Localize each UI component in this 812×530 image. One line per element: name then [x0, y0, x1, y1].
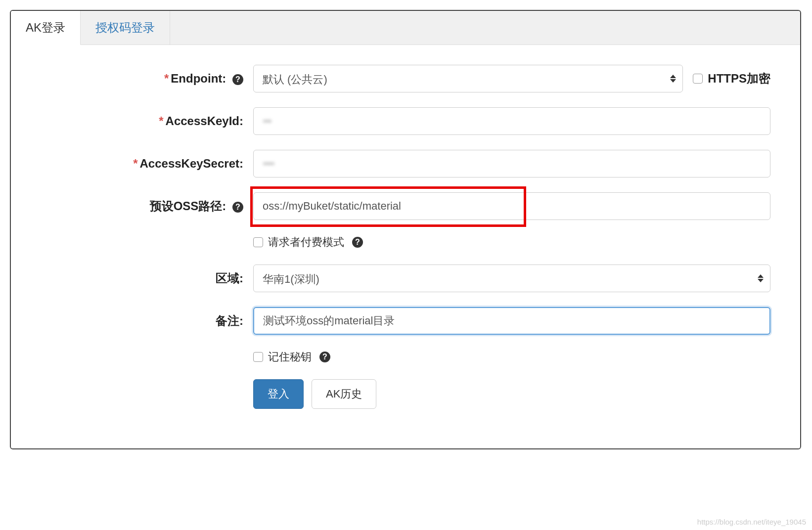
access-key-secret-input[interactable] [253, 150, 770, 177]
remember-key-col: 记住秘钥 ? [253, 350, 770, 364]
button-row: 登入 AK历史 [41, 379, 770, 409]
remark-label-text: 备注: [216, 314, 243, 327]
requester-pays-row: 请求者付费模式 ? [41, 235, 770, 250]
access-key-id-row: *AccessKeyId: ▪▪▪ [41, 107, 770, 135]
region-select[interactable]: 华南1(深圳) [253, 265, 770, 292]
access-key-secret-input-col: ▪▪▪▪ [253, 150, 770, 177]
help-icon[interactable]: ? [232, 74, 243, 85]
endpoint-input-col: 默认 (公共云) HTTPS加密 [253, 65, 770, 92]
form-container: *Endpoint: ? 默认 (公共云) HTTPS加密 [11, 45, 800, 448]
remember-key-row: 记住秘钥 ? [41, 350, 770, 364]
remember-key-label: 记住秘钥 [268, 350, 312, 364]
endpoint-label: *Endpoint: ? [41, 72, 253, 86]
access-key-id-input[interactable] [253, 107, 770, 135]
endpoint-select[interactable]: 默认 (公共云) [253, 65, 683, 92]
help-icon[interactable]: ? [352, 237, 363, 248]
help-icon[interactable]: ? [319, 352, 330, 362]
access-key-secret-blur: ▪▪▪▪ [263, 159, 274, 168]
oss-path-input-col [253, 192, 770, 220]
required-marker: * [164, 72, 169, 85]
https-label: HTTPS加密 [708, 71, 770, 87]
tab-bar: AK登录 授权码登录 [11, 11, 800, 45]
required-marker: * [133, 157, 137, 170]
requester-pays-group: 请求者付费模式 ? [253, 235, 363, 250]
button-col: 登入 AK历史 [253, 379, 770, 409]
requester-pays-checkbox[interactable] [253, 237, 263, 247]
access-key-secret-label-text: AccessKeySecret: [140, 157, 243, 170]
https-checkbox[interactable] [693, 74, 703, 84]
endpoint-row: *Endpoint: ? 默认 (公共云) HTTPS加密 [41, 65, 770, 92]
region-label: 区域: [41, 270, 253, 286]
remark-input[interactable] [253, 307, 770, 335]
tab-auth-code-login[interactable]: 授权码登录 [81, 11, 170, 44]
requester-pays-col: 请求者付费模式 ? [253, 235, 770, 250]
remember-key-group: 记住秘钥 ? [253, 350, 330, 364]
region-label-text: 区域: [216, 271, 243, 285]
region-input-col: 华南1(深圳) [253, 265, 770, 292]
endpoint-select-wrapper: 默认 (公共云) [253, 65, 683, 92]
access-key-secret-row: *AccessKeySecret: ▪▪▪▪ [41, 150, 770, 177]
access-key-id-label: *AccessKeyId: [41, 114, 253, 128]
region-select-wrapper: 华南1(深圳) [253, 265, 770, 292]
login-button[interactable]: 登入 [253, 379, 304, 409]
oss-path-label-text: 预设OSS路径: [150, 199, 226, 213]
login-panel: AK登录 授权码登录 *Endpoint: ? 默认 (公共云) HTT [10, 10, 801, 449]
remark-input-col [253, 307, 770, 335]
oss-path-label: 预设OSS路径: ? [41, 198, 253, 214]
required-marker: * [159, 114, 163, 128]
ak-history-button[interactable]: AK历史 [312, 379, 376, 409]
watermark: https://blog.csdn.net/iteye_19045 [697, 518, 806, 526]
remember-key-checkbox[interactable] [253, 352, 263, 362]
remark-row: 备注: [41, 307, 770, 335]
remark-label: 备注: [41, 313, 253, 329]
access-key-id-blur: ▪▪▪ [263, 117, 271, 126]
oss-input-wrapper [253, 192, 770, 220]
requester-pays-label: 请求者付费模式 [268, 235, 344, 250]
tab-ak-login[interactable]: AK登录 [11, 11, 81, 45]
oss-path-row: 预设OSS路径: ? [41, 192, 770, 220]
help-icon[interactable]: ? [232, 202, 243, 213]
https-checkbox-group: HTTPS加密 [693, 71, 770, 87]
access-key-secret-label: *AccessKeySecret: [41, 157, 253, 171]
access-key-id-label-text: AccessKeyId: [166, 114, 243, 128]
oss-path-input[interactable] [253, 192, 770, 220]
access-key-id-input-col: ▪▪▪ [253, 107, 770, 135]
endpoint-label-text: Endpoint: [171, 72, 226, 85]
region-row: 区域: 华南1(深圳) [41, 265, 770, 292]
